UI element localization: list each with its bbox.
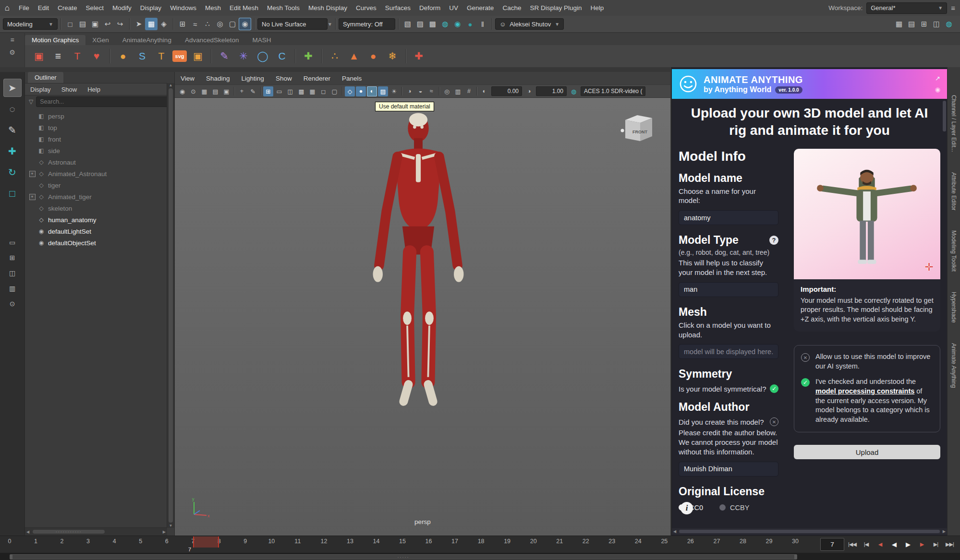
outliner-horizontal-scrollbar[interactable]: ◀ ··········· ▶ xyxy=(25,527,167,536)
field-chart-icon[interactable]: ▦ xyxy=(307,86,317,96)
snap-viewplane-icon[interactable]: ▢ xyxy=(226,18,239,30)
right-tab-hypershade[interactable]: Hypershade xyxy=(950,292,957,323)
license-option-ccby[interactable]: CCBY xyxy=(719,504,749,512)
menu-cache[interactable]: Cache xyxy=(498,4,525,12)
timeline-tick[interactable]: 19 xyxy=(504,538,510,545)
workspace-select[interactable]: General* ▼ xyxy=(866,2,947,14)
outliner-item-top[interactable]: ◧top xyxy=(25,122,167,133)
right-tab-modeling-toolkit[interactable]: Modeling Toolkit xyxy=(950,230,957,272)
consent-constraints-toggle[interactable]: ✓ xyxy=(801,378,810,387)
anatomy-model[interactable] xyxy=(351,107,486,475)
resolution-gate-icon[interactable]: ◫ xyxy=(285,86,295,96)
right-tab-attribute-editor[interactable]: Attribute Editor xyxy=(950,172,957,210)
textured-icon[interactable]: ▨ xyxy=(378,86,388,96)
mash-cube-icon[interactable]: ▣ xyxy=(31,48,47,64)
pause-icon[interactable]: ‖ xyxy=(476,18,489,30)
model-name-input[interactable] xyxy=(679,210,778,225)
grease-pencil-icon[interactable]: ✎ xyxy=(248,86,258,96)
timeline-tick[interactable]: 24 xyxy=(635,538,642,545)
lasso-curve-icon[interactable]: ◯ xyxy=(255,48,271,64)
outliner-item-Animated_tiger[interactable]: +◇Animated_tiger xyxy=(25,191,167,203)
timeline-tick[interactable]: 30 xyxy=(792,538,799,545)
shelf-menu-icon[interactable]: ≡ xyxy=(10,36,14,44)
move-tool-icon[interactable]: ✚ xyxy=(3,142,22,160)
outliner-item-skeleton[interactable]: ◇skeleton xyxy=(25,203,167,214)
arc-tool-icon[interactable]: C xyxy=(274,48,290,64)
timeline-tick[interactable]: 4 xyxy=(113,538,116,545)
poly-sphere-icon[interactable]: ● xyxy=(115,48,131,64)
step-forward-frame-button[interactable]: ▶| xyxy=(929,539,942,550)
outliner-menu-show[interactable]: Show xyxy=(56,86,83,93)
play-forwards-button[interactable]: ▶ xyxy=(901,539,914,550)
timeline-tick[interactable]: 26 xyxy=(687,538,694,545)
pencil-curve-icon[interactable]: ✎ xyxy=(216,48,232,64)
range-slider[interactable]: ····· xyxy=(0,553,960,560)
exposure-field[interactable]: 0.00 xyxy=(491,86,522,96)
shelf-tab-xgen[interactable]: XGen xyxy=(85,35,116,45)
timeline-tick[interactable]: 17 xyxy=(451,538,458,545)
timeline-tick[interactable]: 21 xyxy=(556,538,563,545)
paint-select-tool-icon[interactable]: ✎ xyxy=(3,121,22,139)
type-tool-icon[interactable]: T xyxy=(69,48,85,64)
step-forward-key-button[interactable]: ▶ xyxy=(915,539,928,550)
plus-icon[interactable]: + xyxy=(29,171,36,177)
magnifier-icon[interactable]: ⊙ xyxy=(5,298,20,310)
outliner-item-tiger[interactable]: ◇tiger xyxy=(25,179,167,191)
bookmark-icon[interactable]: ▤ xyxy=(210,86,220,96)
shelf-tab-motion-graphics[interactable]: Motion Graphics xyxy=(25,35,85,45)
new-scene-icon[interactable]: □ xyxy=(64,18,76,30)
outliner-vertical-scrollbar[interactable]: ▲ ▼ xyxy=(167,83,174,528)
timeline-tick[interactable]: 3 xyxy=(86,538,90,545)
timeline-tick[interactable]: 29 xyxy=(766,538,773,545)
render-settings-icon[interactable]: ◍ xyxy=(439,18,451,30)
model-type-input[interactable] xyxy=(679,282,778,297)
viewport-menu-lighting[interactable]: Lighting xyxy=(236,75,270,82)
timeline-tick[interactable]: 12 xyxy=(320,538,327,545)
snap-point-icon[interactable]: ∴ xyxy=(201,18,214,30)
cloth-icon[interactable]: ▲ xyxy=(346,48,362,64)
outliner-item-persp[interactable]: ◧persp xyxy=(25,110,167,122)
expand-toggle[interactable]: + xyxy=(28,171,36,177)
plugin-vertical-scrollbar[interactable] xyxy=(942,101,947,197)
curve-tool-icon[interactable]: S xyxy=(134,48,150,64)
shelf-gear-icon[interactable]: ⚙ xyxy=(9,48,15,56)
mash-list-icon[interactable]: ≡ xyxy=(50,48,66,64)
menu-mesh-tools[interactable]: Mesh Tools xyxy=(263,4,304,12)
outliner-item-human_anatomy[interactable]: ◇human_anatomy xyxy=(25,214,167,226)
consent-improve-toggle[interactable]: ✕ xyxy=(801,353,810,362)
xray-icon[interactable]: ▥ xyxy=(453,86,463,96)
save-scene-icon[interactable]: ▣ xyxy=(89,18,101,30)
author-input[interactable] xyxy=(679,462,778,477)
symmetry-select[interactable]: Symmetry: Off xyxy=(339,18,395,30)
timeline-tick[interactable]: 22 xyxy=(583,538,589,545)
range-slider-bar[interactable]: ····· xyxy=(10,554,797,560)
current-frame-marker[interactable] xyxy=(193,536,219,548)
ambient-occlusion-icon[interactable]: ◒ xyxy=(415,86,425,96)
outliner-menu-display[interactable]: Display xyxy=(25,86,56,93)
scroll-left-icon[interactable]: ◀ xyxy=(672,529,678,534)
timeline-tick[interactable]: 14 xyxy=(373,538,380,545)
snap-projected-center-icon[interactable]: ◎ xyxy=(214,18,226,30)
menu-windows[interactable]: Windows xyxy=(166,4,201,12)
plugin-horizontal-scrollbar[interactable]: ◀ ▶ xyxy=(672,528,947,535)
snowflake-icon[interactable]: ❄ xyxy=(384,48,401,64)
shelf-tab-advancedskeleton[interactable]: AdvancedSkeleton xyxy=(178,35,246,45)
layout-four-pane-icon[interactable]: ⊞ xyxy=(5,251,20,264)
lock-camera-icon[interactable]: ⊙ xyxy=(188,86,198,96)
workspace-menu-icon[interactable]: ≡ xyxy=(951,4,955,12)
viewport-menu-show[interactable]: Show xyxy=(270,75,298,82)
panel-layout-icon[interactable]: ◫ xyxy=(930,18,943,30)
menu-help[interactable]: Help xyxy=(586,4,608,12)
time-slider[interactable]: 0123456789101112131415161718192021222324… xyxy=(0,536,960,553)
exposure-icon[interactable]: ◐ xyxy=(479,86,489,96)
add-attribute-icon[interactable]: ✚ xyxy=(411,48,427,64)
timeline-tick[interactable]: 20 xyxy=(530,538,537,545)
timeline-tick[interactable]: 18 xyxy=(478,538,485,545)
right-tab-channel-layer-edit-[interactable]: Channel / Layer Edit... xyxy=(950,95,957,152)
viewport-canvas[interactable]: FRONT Use default material y x persp xyxy=(175,98,670,536)
plus-icon[interactable]: + xyxy=(29,194,36,200)
outliner-tab[interactable]: Outliner xyxy=(28,72,63,83)
record-icon[interactable]: ◉ xyxy=(935,86,940,93)
menu-mesh[interactable]: Mesh xyxy=(201,4,225,12)
timeline-tick[interactable]: 2 xyxy=(61,538,64,545)
